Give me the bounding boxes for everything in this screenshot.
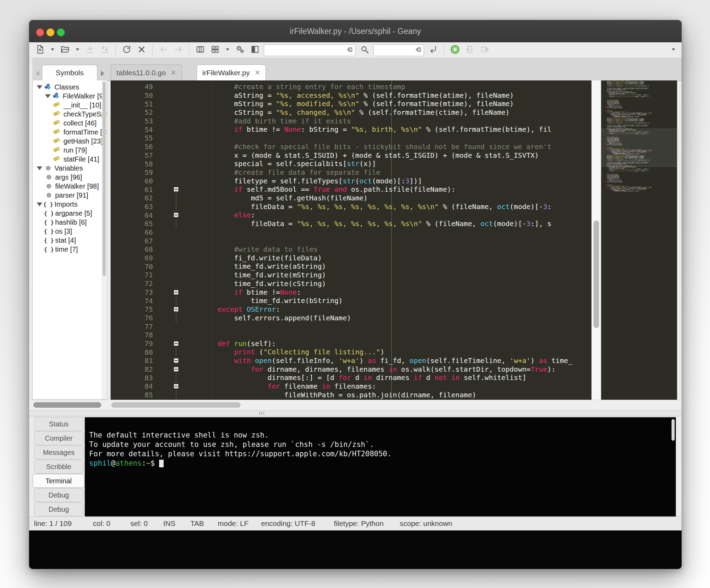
code-line[interactable]: 69 fi_fd.write(fileData) [111,254,591,262]
tab-irFileWalker.py[interactable]: irFileWalker.py✕ [197,64,266,80]
code-line[interactable]: 78 [111,331,591,339]
open-file-dropdown[interactable] [74,44,81,56]
sidebar-scrollbar[interactable] [102,80,106,399]
fold-margin[interactable] [157,194,201,202]
code-line[interactable]: 51 mString = "%s, modified, %s\n" % (sel… [111,100,591,108]
fold-margin[interactable] [157,142,201,151]
panel-tab-debug-5[interactable]: Debug [34,488,84,502]
terminal-panel[interactable]: The default interactive shell is now zsh… [85,417,676,517]
run-button[interactable] [449,44,461,56]
code-line[interactable]: 56 #check for special file bits - sticky… [111,142,591,151]
panel-tab-status[interactable]: Status [34,417,84,431]
panel-tab-debug-6[interactable]: Debug [34,502,84,516]
compile-button[interactable] [194,44,206,56]
fold-margin[interactable] [157,245,201,254]
titlebar[interactable]: irFileWalker.py - /Users/sphil - Geany [29,20,682,43]
toolbar-overflow-button[interactable] [670,44,677,56]
fold-collapse-icon[interactable] [174,367,179,372]
fold-margin[interactable] [157,211,201,219]
goto-line-entry[interactable] [373,44,424,56]
symbol-item-Imports[interactable]: { }Imports [33,200,107,209]
code-line[interactable]: 59 #create file data for separate file [111,168,591,177]
code-line[interactable]: 85 fileWithPath = os.path.join(dirname, … [111,391,591,399]
code-line[interactable]: 77 [111,322,591,331]
code-line[interactable]: 58 special = self.specialbits[str(x)] [111,159,591,168]
code-line[interactable]: 76 self.errors.append(fileName) [111,314,591,322]
tab-close-icon[interactable]: ✕ [254,69,260,77]
editor-vertical-scrollbar[interactable] [591,80,601,400]
scrollbar-thumb[interactable] [594,220,599,328]
code-line[interactable]: 84 for filename in filenames: [111,382,591,391]
fold-margin[interactable] [157,108,201,117]
build-dropdown[interactable] [224,44,231,56]
code-line[interactable]: 66 [111,228,591,237]
fold-collapse-icon[interactable] [174,307,179,312]
goto-line-button[interactable] [427,44,439,56]
clear-entry-icon[interactable] [415,46,422,55]
fold-margin[interactable] [157,356,201,365]
execute-button[interactable] [234,44,246,56]
symbol-item-checkTypeSpec[interactable]: checkTypeSpec [33,110,107,119]
fold-collapse-icon[interactable] [174,213,179,217]
tab-symbols[interactable]: Symbols [42,65,97,80]
code-line[interactable]: 62 md5 = self.getHash(fileName) [111,194,591,202]
code-line[interactable]: 82 for dirname, dirnames, filenames in o… [111,365,591,374]
fold-margin[interactable] [157,348,201,356]
fold-margin[interactable] [157,262,201,271]
code-line[interactable]: 55 [111,134,591,142]
color-chooser-button[interactable] [249,44,261,56]
fold-margin[interactable] [157,365,201,374]
fold-margin[interactable] [157,288,201,297]
panel-tab-scribble[interactable]: Scribble [34,460,84,474]
panel-tab-compiler[interactable]: Compiler [34,431,84,445]
code-editor[interactable]: 49 #create a string entry for each times… [111,80,591,400]
fold-margin[interactable] [157,185,201,194]
fold-margin[interactable] [157,83,201,91]
search-entry[interactable] [264,44,355,56]
fold-margin[interactable] [157,100,201,108]
code-line[interactable]: 64 else: [111,211,591,219]
symbol-item-formatTime[interactable]: formatTime [33] [33,128,107,137]
sidebar-prev-tab-icon[interactable] [36,71,39,76]
code-line[interactable]: 74 time_fd.write(bString) [111,296,591,305]
fold-margin[interactable] [157,271,201,279]
fold-margin[interactable] [157,117,201,126]
fold-margin[interactable] [157,322,201,331]
code-line[interactable]: 65 fileData = "%s, %s, %s, %s, %s, %s, %… [111,219,591,228]
expander-icon[interactable] [45,94,51,98]
code-line[interactable]: 71 time_fd.write(mString) [111,271,591,279]
symbol-item-run[interactable]: run [79] [33,146,107,155]
code-line[interactable]: 49 #create a string entry for each times… [111,83,591,91]
code-line[interactable]: 72 time_fd.write(cString) [111,279,591,288]
build-button[interactable] [209,44,221,56]
revert-button[interactable] [121,44,132,56]
open-file-button[interactable] [59,44,71,56]
code-line[interactable]: 57 x = (mode & stat.S_ISUID) + (mode & s… [111,151,591,160]
sidebar-next-tab-icon[interactable] [101,71,104,76]
code-line[interactable]: 52 cString = "%s, changed, %s\n" % (self… [111,108,591,117]
symbol-item-hashlib[interactable]: { }hashlib [6] [33,218,107,227]
code-line[interactable]: 73 if btime !=None: [111,288,591,297]
terminal-prompt[interactable]: sphil@athens:~$ [89,459,676,468]
symbol-item-__init__[interactable]: __init__ [10] [33,101,107,110]
fold-margin[interactable] [157,382,201,391]
symbol-item-FileWalker[interactable]: FileWalker [9] [33,92,107,101]
fold-margin[interactable] [157,168,201,177]
sidebar-hscroll-thumb[interactable] [33,402,101,408]
symbol-item-time[interactable]: { }time [7] [33,245,107,254]
close-document-button[interactable] [136,44,147,56]
terminal-scrollbar-thumb[interactable] [672,419,675,441]
search-button[interactable] [358,44,370,56]
symbol-item-args[interactable]: args [96] [33,173,107,182]
fold-margin[interactable] [157,331,201,339]
code-line[interactable]: 53 #add birth time if it exists [111,117,591,126]
symbol-item-Classes[interactable]: Classes [33,83,107,92]
code-line[interactable]: 75 except OSError: [111,305,591,314]
fold-collapse-icon[interactable] [174,384,179,389]
symbol-item-argparse[interactable]: { }argparse [5] [33,209,107,218]
symbol-item-fileWalker[interactable]: fileWalker [98] [33,182,107,191]
fold-margin[interactable] [157,314,201,322]
code-line[interactable]: 81 with open(self.fileInfo, 'w+a') as fi… [111,356,591,365]
code-line[interactable]: 60 filetype = self.fileTypes[str(oct(mod… [111,177,591,185]
symbol-item-stat[interactable]: { }stat [4] [33,236,107,245]
